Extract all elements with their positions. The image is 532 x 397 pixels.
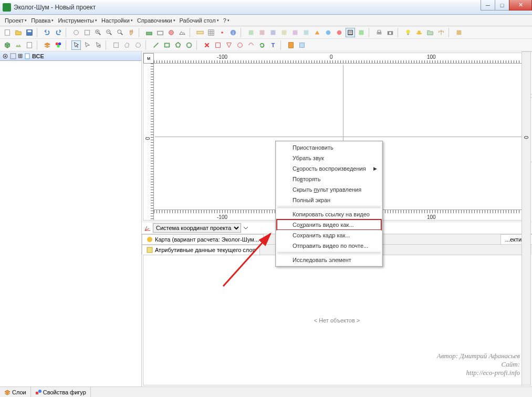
maximize-button[interactable]: □ xyxy=(495,0,509,11)
edit3-icon[interactable] xyxy=(235,40,245,50)
layer4-icon[interactable] xyxy=(178,28,187,37)
ctx-save-video[interactable]: Сохранить видео как... xyxy=(277,220,381,230)
delete-icon[interactable] xyxy=(202,40,212,50)
menu-edit[interactable]: Правка▾ xyxy=(29,16,56,25)
tb-icon-10[interactable] xyxy=(346,28,355,37)
measure-icon[interactable] xyxy=(195,28,205,37)
ctx-pause[interactable]: Приостановить xyxy=(277,142,381,153)
select-circle-icon[interactable] xyxy=(133,40,143,50)
select-rect-icon[interactable] xyxy=(111,40,121,50)
ctx-send[interactable]: Отправить видео по почте... xyxy=(277,241,381,251)
menu-settings[interactable]: Настройки▾ xyxy=(99,16,135,25)
tool-b-icon[interactable] xyxy=(82,28,92,37)
open-icon[interactable] xyxy=(14,28,23,37)
svg-line-49 xyxy=(154,43,159,47)
cube-icon[interactable] xyxy=(3,40,12,50)
ctx-copy-link[interactable]: Копировать ссылку на видео xyxy=(277,209,381,220)
scales-icon[interactable] xyxy=(436,28,446,37)
print-icon[interactable] xyxy=(374,28,384,37)
tb-icon-8[interactable] xyxy=(324,28,333,37)
tb-icon-6[interactable] xyxy=(301,28,311,37)
bulb-icon[interactable] xyxy=(403,28,413,37)
tb-last-icon[interactable] xyxy=(454,28,464,37)
tb-icon-7[interactable] xyxy=(312,28,322,37)
polygon-icon[interactable] xyxy=(173,40,183,50)
tb-icon-1[interactable] xyxy=(246,28,256,37)
pointer-icon[interactable] xyxy=(71,40,81,50)
menubar: Проект▾ Правка▾ Инструменты▾ Настройки▾ … xyxy=(0,15,532,26)
toolbar-1: i xyxy=(0,26,532,39)
ctx-speed[interactable]: Скорость воспроизведения▶ xyxy=(277,163,381,174)
layer3-icon[interactable] xyxy=(166,28,176,37)
layer2-icon[interactable] xyxy=(155,28,165,37)
rect-icon[interactable] xyxy=(162,40,172,50)
circle-icon[interactable] xyxy=(184,40,194,50)
tree-root[interactable]: ⊞ ВСЕ xyxy=(0,51,141,61)
ctx-save-frame[interactable]: Сохранить кадр как... xyxy=(277,230,381,241)
export-icon[interactable] xyxy=(297,40,307,50)
coord-select[interactable]: Система координат проекта xyxy=(153,223,241,233)
tb-icon-4[interactable] xyxy=(279,28,289,37)
btab-layers[interactable]: Слои xyxy=(0,387,31,397)
text-icon[interactable]: T xyxy=(268,40,278,50)
edit2-icon[interactable] xyxy=(224,40,234,50)
new-icon[interactable] xyxy=(3,28,12,37)
svg-point-46 xyxy=(99,45,101,47)
folder2-icon[interactable] xyxy=(425,28,435,37)
toolbar-2: T xyxy=(0,39,532,51)
btab-props[interactable]: Свойства фигур xyxy=(31,387,91,397)
redo-icon[interactable] xyxy=(54,28,63,37)
zoom-in-icon[interactable] xyxy=(93,28,103,37)
tb-icon-2[interactable] xyxy=(257,28,267,37)
window-title: Эколог-Шум - Новый проект xyxy=(14,4,96,11)
hat-icon[interactable] xyxy=(414,28,424,37)
edit4-icon[interactable] xyxy=(246,40,256,50)
edit1-icon[interactable] xyxy=(213,40,223,50)
minimize-button[interactable]: ─ xyxy=(481,0,495,11)
ctx-hide-controls[interactable]: Скрыть пульт управления xyxy=(277,184,381,195)
calc-icon[interactable] xyxy=(286,40,296,50)
info-icon[interactable]: i xyxy=(228,28,238,37)
ctx-loop[interactable]: Повторять xyxy=(277,174,381,184)
svg-rect-21 xyxy=(249,30,254,35)
undo-icon[interactable] xyxy=(43,28,52,37)
pointer3-icon[interactable] xyxy=(93,40,103,50)
refresh-icon[interactable] xyxy=(257,40,267,50)
tb-icon-3[interactable] xyxy=(268,28,278,37)
zoom-out-icon[interactable] xyxy=(105,28,114,37)
coord-icon xyxy=(144,224,151,232)
grid-icon[interactable] xyxy=(206,28,216,37)
close-button[interactable]: ✕ xyxy=(509,0,532,11)
pointer2-icon[interactable] xyxy=(82,40,92,50)
snap-icon[interactable] xyxy=(217,28,227,37)
tb-icon-5[interactable] xyxy=(290,28,300,37)
ctx-fullscreen[interactable]: Полный экран xyxy=(277,195,381,205)
camera-icon[interactable] xyxy=(385,28,395,37)
save-icon[interactable] xyxy=(25,28,34,37)
hand-icon[interactable] xyxy=(127,28,136,37)
menu-help[interactable]: ?▾ xyxy=(221,16,232,25)
palette-icon[interactable] xyxy=(54,40,63,50)
tab-attributes[interactable]: Атрибутивные данные текущего слоя xyxy=(142,245,260,255)
svg-point-43 xyxy=(56,42,58,45)
svg-rect-52 xyxy=(216,43,221,47)
tb-icon-11[interactable] xyxy=(357,28,366,37)
dropdown-icon[interactable] xyxy=(243,225,249,231)
svg-rect-17 xyxy=(197,31,203,34)
tb-icon-9[interactable] xyxy=(335,28,344,37)
doc2-icon[interactable] xyxy=(25,40,34,50)
menu-reference[interactable]: Справочники▾ xyxy=(135,16,178,25)
layer1-icon[interactable] xyxy=(144,28,154,37)
layers-icon[interactable] xyxy=(43,40,52,50)
ctx-mute[interactable]: Убрать звук xyxy=(277,153,381,163)
tab-map[interactable]: Карта (вариант расчета: Эколог-Шум... xyxy=(142,234,264,244)
select-poly-icon[interactable] xyxy=(122,40,132,50)
terrain-icon[interactable] xyxy=(14,40,23,50)
ctx-inspect[interactable]: Исследовать элемент xyxy=(277,255,381,265)
tool-a-icon[interactable] xyxy=(71,28,81,37)
menu-project[interactable]: Проект▾ xyxy=(3,16,29,25)
menu-desktop[interactable]: Рабочий стол▾ xyxy=(178,16,221,25)
zoom-fit-icon[interactable] xyxy=(116,28,125,37)
line-icon[interactable] xyxy=(151,40,161,50)
menu-tools[interactable]: Инструменты▾ xyxy=(56,16,99,25)
